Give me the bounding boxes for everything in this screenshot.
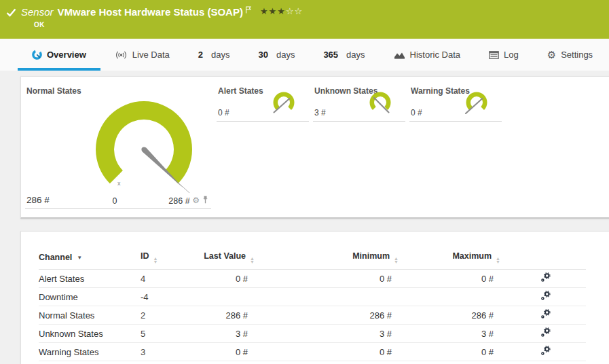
channel-maximum-cell: 286 #	[399, 306, 500, 325]
sensor-status-text: OK	[34, 21, 303, 29]
tab-log[interactable]: Log	[475, 39, 533, 71]
pin-icon[interactable]	[202, 194, 208, 206]
channels-table: Channel▼ ID▲▼ Last Value▲▼ Minimum▲▼ Max…	[39, 249, 586, 361]
channel-last-value-cell: 3 #	[183, 325, 255, 343]
gauge-panel-alert-states[interactable]: Alert States 0 #	[217, 81, 309, 122]
star-filled-icon[interactable]: ★	[269, 6, 278, 16]
channel-minimum-cell: 0 #	[255, 343, 399, 361]
chart-icon	[394, 50, 405, 59]
banner-text-block: Sensor VMware Host Hardware Status (SOAP…	[21, 5, 303, 29]
star-empty-icon[interactable]: ☆	[295, 6, 303, 16]
gauges-card: Normal States x 0 286 # 286 # ⚙ Alert St…	[20, 76, 609, 219]
table-header-row: Channel▼ ID▲▼ Last Value▲▼ Minimum▲▼ Max…	[39, 249, 586, 270]
table-row: Warning States 3 0 # 0 # 0 #	[39, 343, 586, 361]
gauge-peak-marker: x	[117, 180, 121, 187]
channel-settings-icon[interactable]	[540, 348, 551, 358]
tab-number: 2	[198, 50, 203, 60]
channel-id-cell: 3	[141, 343, 183, 361]
channel-id-cell: -4	[141, 288, 183, 306]
gauge-settings-gear-icon[interactable]: ⚙	[192, 196, 200, 204]
gauge-min-label: 0	[101, 196, 128, 206]
sensor-status-banner: Sensor VMware Host Hardware Status (SOAP…	[0, 0, 609, 39]
star-empty-icon[interactable]: ☆	[286, 6, 295, 16]
column-label: Last Value	[204, 251, 246, 261]
gauge-value: 0 #	[218, 108, 229, 117]
tab-live-data[interactable]: Live Data	[100, 39, 184, 71]
channel-minimum-cell: 0 #	[255, 270, 399, 288]
ok-check-icon	[6, 7, 16, 20]
alert-states-gauge	[270, 91, 298, 118]
tab-label: Settings	[561, 50, 593, 60]
column-header-minimum[interactable]: Minimum▲▼	[255, 249, 399, 270]
column-label: Minimum	[352, 251, 390, 261]
channel-minimum-cell: 3 #	[255, 325, 399, 343]
unknown-states-gauge	[366, 91, 394, 118]
tab-label: Overview	[47, 50, 86, 60]
channel-name-link[interactable]: Downtime	[39, 292, 78, 302]
gauge-value: 286 #	[26, 195, 50, 205]
gauge-title: Alert States	[218, 86, 263, 96]
sort-both-icon: ▲▼	[496, 257, 500, 263]
column-header-last-value[interactable]: Last Value▲▼	[183, 249, 255, 270]
tab-30-days[interactable]: 30days	[244, 39, 309, 71]
channel-name-link[interactable]: Alert States	[39, 274, 84, 284]
tab-historic-data[interactable]: Historic Data	[380, 39, 475, 71]
column-header-maximum[interactable]: Maximum▲▼	[399, 249, 500, 270]
tab-label: Historic Data	[410, 50, 460, 60]
channel-minimum-cell: 286 #	[255, 306, 399, 325]
channel-id-cell: 4	[141, 270, 183, 288]
channel-maximum-cell: 0 #	[399, 343, 500, 361]
tab-365-days[interactable]: 365days	[309, 39, 379, 71]
sort-desc-icon: ▼	[77, 255, 82, 261]
channel-last-value-cell: 286 #	[183, 306, 255, 325]
column-header-actions	[500, 249, 586, 270]
sort-both-icon: ▲▼	[394, 257, 399, 263]
channel-settings-icon[interactable]	[540, 311, 551, 321]
gauge-panel-normal-states[interactable]: Normal States x 0 286 # 286 # ⚙	[25, 81, 211, 209]
channel-id-cell: 5	[141, 325, 183, 343]
tab-label: days	[346, 50, 365, 60]
channel-settings-icon[interactable]	[540, 293, 551, 303]
gauge-panel-unknown-states[interactable]: Unknown States 3 #	[313, 81, 405, 122]
gauge-value: 3 #	[314, 108, 326, 117]
column-header-channel[interactable]: Channel▼	[39, 249, 141, 270]
channel-last-value-cell: 0 #	[183, 343, 255, 361]
table-row: Downtime -4	[39, 288, 586, 306]
channel-name-link[interactable]: Normal States	[39, 310, 94, 321]
normal-states-gauge	[90, 93, 202, 196]
channel-settings-icon[interactable]	[540, 274, 551, 285]
sort-both-icon: ▲▼	[250, 257, 255, 263]
channels-table-body: Alert States 4 0 # 0 # 0 # Downtime -4	[39, 270, 586, 361]
channel-id-cell: 2	[141, 306, 183, 325]
channel-maximum-cell	[399, 288, 500, 306]
tab-settings[interactable]: ⚙ Settings	[533, 39, 607, 71]
column-label: Maximum	[452, 251, 492, 261]
column-label: Channel	[39, 253, 72, 262]
gauge-title: Normal States	[26, 86, 81, 96]
tab-label: days	[276, 50, 295, 60]
channels-card: Channel▼ ID▲▼ Last Value▲▼ Minimum▲▼ Max…	[20, 231, 609, 364]
channel-settings-icon[interactable]	[540, 329, 551, 340]
channel-minimum-cell	[255, 288, 399, 306]
channel-name-link[interactable]: Unknown States	[39, 329, 103, 339]
star-filled-icon[interactable]: ★	[260, 6, 269, 16]
tab-label: Log	[504, 50, 519, 60]
tab-2-days[interactable]: 2days	[184, 39, 244, 71]
table-row: Alert States 4 0 # 0 # 0 #	[39, 270, 586, 288]
star-filled-icon[interactable]: ★	[277, 6, 286, 16]
sensor-title: VMware Host Hardware Status (SOAP)	[58, 5, 243, 18]
gauge-icon	[32, 50, 42, 60]
channel-last-value-cell	[183, 288, 255, 306]
tab-overview[interactable]: Overview	[18, 39, 100, 71]
priority-flag-icon[interactable]	[245, 3, 251, 16]
channel-name-link[interactable]: Warning States	[39, 347, 98, 357]
gauge-value: 0 #	[411, 108, 422, 117]
star-rating[interactable]: ★★★☆☆	[260, 5, 303, 18]
tab-label: days	[211, 50, 229, 60]
column-label: ID	[141, 251, 149, 261]
table-row: Unknown States 5 3 # 3 # 3 #	[39, 325, 586, 343]
gauge-title: Warning States	[411, 86, 470, 96]
column-header-id[interactable]: ID▲▼	[141, 249, 183, 270]
channel-maximum-cell: 0 #	[399, 270, 500, 288]
gauge-panel-warning-states[interactable]: Warning States 0 #	[409, 81, 502, 122]
